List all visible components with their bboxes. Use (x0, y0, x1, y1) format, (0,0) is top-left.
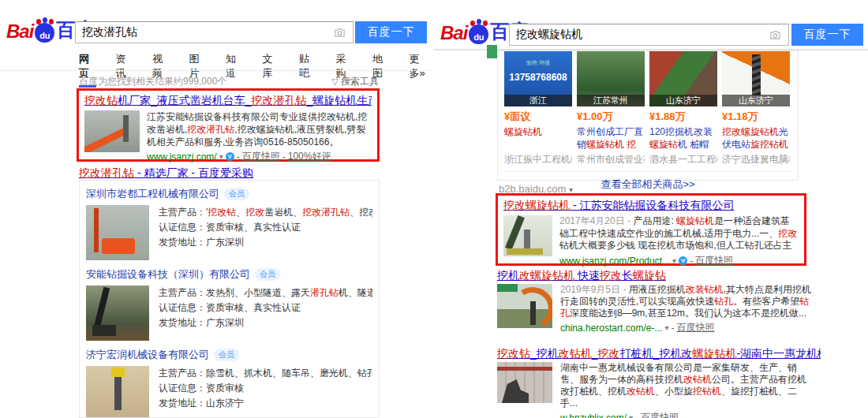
snapshot-link[interactable]: 百度快照 (676, 321, 714, 334)
rating-link[interactable]: 100%好评 (288, 150, 331, 163)
search-input[interactable] (76, 26, 333, 39)
product-image[interactable]: 江苏常州 (577, 51, 645, 106)
clipped-green-tag (487, 45, 497, 58)
result-title-link[interactable]: 挖机改螺旋钻机 快速挖改长螺旋钻 (497, 269, 813, 283)
paw-toe (483, 21, 488, 26)
company-products: 主营产品：除雪机、抓木机、随车吊、磨光机、钻孔机、细石泵... (159, 366, 372, 381)
company-card: 济宁宏润机械设备有限公司 会员 主营产品：除雪机、抓木机、随车吊、磨光机、钻孔机… (86, 348, 372, 418)
result-snippet: 湖南中一惠龙机械设备有限公司是一家集研发、生产、销售、服务为一体的高科技挖机改钻… (560, 362, 813, 409)
company-cert: 认证信息：资质审核、真实性认证 (159, 220, 372, 235)
result-url[interactable]: www.jsanzj.com/ (147, 151, 217, 162)
paw-toe (36, 19, 41, 24)
product-image[interactable]: 勃势 环境 13758768608 浙江 (504, 51, 572, 106)
nav-divider (0, 70, 431, 71)
result-body: 湖南中一惠龙机械设备有限公司是一家集研发、生产、销售、服务为一体的高科技挖机改钻… (497, 362, 813, 418)
company-thumbnail[interactable] (86, 286, 149, 341)
result-title-link[interactable]: 挖改螺旋钻机 - 江苏安能钻掘设备科技有限公司 (503, 199, 799, 213)
camera-icon[interactable] (769, 28, 782, 42)
baidu-verified-icon: V (226, 152, 234, 161)
paw-toe (470, 21, 475, 26)
baidu-logo-bai: Bai (440, 22, 467, 44)
snapshot-link[interactable]: 百度快照 (641, 411, 679, 418)
chevron-down-icon[interactable]: ▾ (664, 323, 668, 332)
company-thumbnail[interactable] (86, 205, 149, 260)
baidu-logo-du: du (473, 30, 484, 44)
separator: - (635, 412, 638, 418)
search-box (75, 21, 354, 43)
baidu-logo-du: du (39, 28, 50, 43)
company-name-link[interactable]: 安能钻掘设备科技（深圳）有限公司 会员 (86, 267, 372, 282)
chevron-down-icon[interactable]: ▾ (629, 413, 633, 418)
result-thumbnail[interactable] (84, 110, 140, 152)
search-tools-label: 搜索工具 (341, 76, 379, 87)
member-badge: 会员 (214, 349, 239, 361)
product-card[interactable]: 山东济宁 ¥1.18万 挖改螺旋钻机光伏电站旋挖钻机 桥梁... 济宁迅捷翼电脑… (722, 51, 790, 166)
search-button[interactable]: 百度一下 (355, 21, 427, 43)
separator: - (237, 151, 240, 162)
result-snippet: 2017年4月20日 - 产品用途: 螺旋钻机是一种适合建筑基础工程中快速成空作… (559, 215, 799, 252)
baidu-verified-icon: V (679, 256, 687, 265)
company-card: 深圳市岩都工程机械有限公司 会员 主营产品：'挖改钻、挖改凿岩机、挖改潜孔钻、挖… (86, 187, 372, 260)
member-badge: 会员 (224, 188, 249, 200)
chevron-down-icon[interactable]: ▾ (219, 152, 223, 161)
product-image-phone: 13758768608 (504, 72, 572, 83)
product-title-link[interactable]: 常州创成工厂直销螺旋钻机 挖改螺旋... (577, 125, 645, 151)
company-products: 主营产品：发热剂、小型隧道、露天潜孔钻机、隧道挖改钻机、... (159, 286, 372, 300)
result-body: 2019年9月5日 - 用液压挖掘机改装钻机,其大特点是利用挖机行走回转的灵活性… (497, 284, 813, 334)
product-price: ¥1.00万 (577, 110, 645, 124)
product-card[interactable]: 江苏常州 ¥1.00万 常州创成工厂直销螺旋钻机 挖改螺旋... 常州市创成管业… (577, 51, 645, 166)
product-card[interactable]: 山东济宁 ¥1.88万 120挖掘机改装螺旋钻机 桩帽处理钻... 泗水县一工工… (649, 51, 717, 166)
company-address: 发货地址：广东深圳 (159, 315, 372, 330)
company-products: 主营产品：'挖改钻、挖改凿岩机、挖改潜孔钻、挖改冲击钻、劈... (159, 205, 372, 220)
product-location-badge: 浙江 (504, 95, 572, 106)
chevron-down-icon[interactable]: ▾ (672, 256, 676, 265)
results-meta-row: 百度为您找到相关结果约999,000个 ▽ 搜索工具 (79, 75, 379, 88)
product-title-link[interactable]: 螺旋钻机 (504, 125, 572, 151)
result-thumbnail[interactable] (497, 284, 552, 328)
company-card: 安能钻掘设备科技（深圳）有限公司 会员 主营产品：发热剂、小型隧道、露天潜孔钻机… (86, 267, 372, 341)
serp-left: Bai du 百度 百度一下 网页 资讯 视频 图片 知道 文库 贴吧 采购 地… (0, 0, 431, 418)
product-title-link[interactable]: 120挖掘机改装螺旋钻机 桩帽处理钻... (649, 125, 717, 151)
results-count: 百度为您找到相关结果约999,000个 (79, 75, 226, 88)
product-price: ¥面议 (504, 110, 572, 124)
result-snippet: 江苏安能钻掘设备科技有限公司专业提供挖改钻机,挖改凿岩机,挖改潜孔钻,挖改螺旋钻… (147, 110, 372, 148)
company-name: 安能钻掘设备科技（深圳）有限公司 (86, 267, 250, 282)
result-thumbnail[interactable] (503, 215, 552, 256)
company-thumbnail[interactable] (86, 366, 149, 418)
company-name-link[interactable]: 深圳市岩都工程机械有限公司 会员 (86, 187, 372, 201)
company-name: 济宁宏润机械设备有限公司 (86, 348, 209, 362)
search-tools-button[interactable]: ▽ 搜索工具 (331, 75, 379, 88)
camera-icon[interactable] (333, 26, 346, 39)
result-title-link[interactable]: 挖改钻_挖机改钻机_挖改打桩机_挖机改螺旋钻机-湖南中一惠龙机械... (497, 347, 821, 361)
product-card[interactable]: 勃势 环境 13758768608 浙江 ¥面议 螺旋钻机 浙江振中工程机械..… (504, 51, 572, 166)
product-title-link[interactable]: 挖改螺旋钻机光伏电站旋挖钻机 桥梁... (722, 125, 790, 151)
product-image[interactable]: 山东济宁 (722, 51, 790, 106)
result-url[interactable]: www.jsanzj.com/Product... (559, 256, 670, 267)
paw-toe (49, 19, 54, 24)
paw-toe (477, 19, 481, 24)
baidu-logo-bai: Bai (6, 21, 33, 43)
company-cert: 认证信息：资质审核 (159, 381, 372, 396)
result-url-line: w.hnzyhljx.com/ ▾ - 百度快照 (560, 411, 813, 418)
search-button[interactable]: 百度一下 (791, 24, 863, 46)
product-image[interactable]: 山东济宁 (649, 51, 717, 106)
result-url[interactable]: china.herostart.com/e-... (560, 323, 662, 334)
company-info: 主营产品：除雪机、抓木机、随车吊、磨光机、钻孔机、细石泵... 认证信息：资质审… (159, 366, 372, 418)
product-location-badge: 山东济宁 (649, 95, 717, 106)
result-title-link[interactable]: 挖改钻机厂家_液压式凿岩机台车_挖改潜孔钻_螺旋钻机生产厂家... (84, 94, 372, 108)
company-name-link[interactable]: 济宁宏润机械设备有限公司 会员 (86, 348, 372, 362)
result-thumbnail[interactable] (497, 362, 552, 403)
funnel-icon: ▽ (331, 77, 338, 86)
search-input[interactable] (510, 28, 769, 41)
company-name: 深圳市岩都工程机械有限公司 (86, 187, 219, 201)
company-info: 主营产品：'挖改钻、挖改凿岩机、挖改潜孔钻、挖改冲击钻、劈... 认证信息：资质… (159, 205, 372, 260)
product-seller: 济宁迅捷翼电脑科... (722, 153, 790, 166)
product-seller: 泗水县一工工程机... (649, 153, 717, 166)
product-location-badge: 江苏常州 (577, 95, 645, 106)
procurement-title-link[interactable]: 挖改潜孔钻 - 精选厂家 - 百度爱采购 (79, 166, 379, 181)
snapshot-link[interactable]: 百度快照 (242, 150, 280, 163)
paw-toe (43, 17, 47, 23)
result-url[interactable]: w.hnzyhljx.com/ (560, 412, 627, 418)
snapshot-link[interactable]: 百度快照 (695, 254, 733, 267)
company-address: 发货地址：山东济宁 (159, 396, 372, 411)
